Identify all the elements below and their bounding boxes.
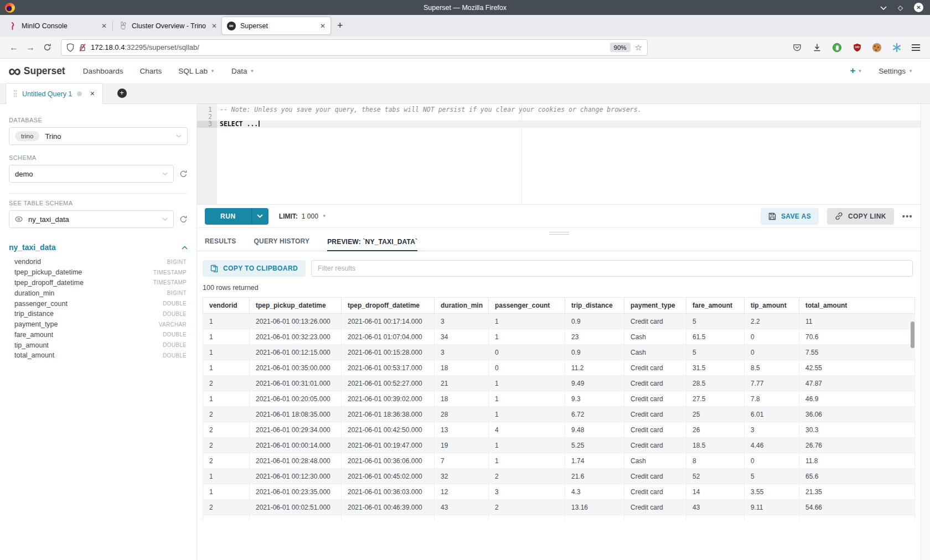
results-column-header[interactable]: passenger_count [489,298,565,314]
lock-insecure-icon[interactable] [79,43,86,52]
schema-column-row[interactable]: tip_amountDOUBLE [9,340,188,350]
forward-button[interactable]: → [22,43,39,53]
schema-column-row[interactable]: trip_distanceDOUBLE [9,309,188,319]
schema-column-row[interactable]: payment_typeVARCHAR [9,319,188,330]
tab-preview[interactable]: PREVIEW: `NY_TAXI_DATA` [327,238,417,251]
schema-column-row[interactable]: vendoridBIGINT [9,257,188,267]
download-icon[interactable] [812,43,822,53]
add-query-tab-button[interactable]: + [117,89,127,98]
tab-results[interactable]: RESULTS [205,237,236,251]
run-query-button[interactable]: RUN [205,208,268,225]
privacy-badger-icon[interactable] [832,43,842,53]
extension-asterisk-icon[interactable] [892,43,902,53]
ublock-icon[interactable]: UO [852,43,862,53]
schema-column-row[interactable]: fare_amountDOUBLE [9,329,188,340]
results-column-header[interactable]: vendorid [203,298,250,314]
results-column-header[interactable]: tpep_pickup_datetime [250,298,342,314]
add-new-button[interactable]: +▼ [850,65,862,76]
nav-dashboards[interactable]: Dashboards [83,67,123,75]
schema-column-row[interactable]: passenger_countDOUBLE [9,298,188,309]
back-button[interactable]: ← [6,43,22,53]
table-select[interactable]: ny_taxi_data [9,210,174,228]
nav-data[interactable]: Data▼ [231,67,254,75]
tab-close-icon[interactable]: ✕ [101,22,107,30]
chevron-up-icon[interactable] [182,246,188,250]
query-tab-close-icon[interactable]: ✕ [90,90,95,97]
schema-select[interactable]: demo [9,165,174,183]
results-row[interactable]: 22021-06-01 00:28:48.0002021-06-01 00:36… [203,453,915,469]
sql-editor[interactable]: 1-- Note: Unless you save your query, th… [197,104,921,205]
tab-query-history[interactable]: QUERY HISTORY [254,237,310,251]
editor-line[interactable]: -- Note: Unless you save your query, the… [217,106,921,113]
refresh-schema-icon[interactable] [179,170,188,178]
editor-line[interactable]: SELECT ... [217,121,921,128]
url-bar[interactable]: 172.18.0.4:32295/superset/sqllab/ 90% ☆ [61,39,648,56]
schema-column-row[interactable]: duration_minBIGINT [9,288,188,298]
refresh-table-icon[interactable] [179,215,188,224]
window-close-button[interactable]: ✕ [914,3,923,12]
editor-line[interactable] [217,113,921,121]
save-as-button[interactable]: SAVE AS [761,208,819,225]
results-column-header[interactable]: tpep_dropoff_datetime [342,298,435,314]
schema-column-row[interactable]: tpep_dropoff_datetimeTIMESTAMP [9,278,188,288]
results-row[interactable]: 22021-06-01 18:08:35.0002021-06-01 18:36… [203,407,915,422]
url-text[interactable]: 172.18.0.4:32295/superset/sqllab/ [91,43,199,51]
filter-results-input[interactable] [311,260,913,277]
schema-column-row[interactable]: total_amountDOUBLE [9,350,188,361]
results-row[interactable]: 12021-06-01 00:13:26.0002021-06-01 00:17… [203,314,915,329]
results-column-header[interactable]: total_amount [799,298,915,314]
results-cell: 11.8 [799,453,915,469]
window-minimize-button[interactable] [880,6,887,10]
results-row[interactable]: 22021-06-01 00:56:04.0002021-06-01 01:00… [203,515,915,520]
browser-tab-minio[interactable]: MinIO Console ✕ [3,17,112,34]
run-dropdown-caret[interactable] [251,208,268,225]
results-row[interactable]: 12021-06-01 00:32:23.0002021-06-01 01:07… [203,329,915,345]
results-column-header[interactable]: tip_amount [745,298,799,314]
results-column-header[interactable]: duration_min [435,298,489,314]
run-label[interactable]: RUN [205,208,251,225]
settings-menu[interactable]: Settings▼ [879,67,913,75]
query-tab[interactable]: Untitled Query 1 ✕ [6,83,103,104]
nav-charts[interactable]: Charts [140,67,162,75]
nav-sql-lab[interactable]: SQL Lab▼ [178,67,215,75]
table-schema-title[interactable]: ny_taxi_data [9,243,56,252]
results-row[interactable]: 12021-06-01 00:23:35.0002021-06-01 00:36… [203,484,915,500]
results-column-header[interactable]: payment_type [624,298,686,314]
page-scrollbar-gutter[interactable] [921,104,930,560]
more-options-button[interactable]: ••• [902,212,913,221]
browser-tab-trino[interactable]: Cluster Overview - Trino ✕ [113,17,222,34]
results-cell: 2021-06-01 00:39:02.000 [342,391,435,407]
pocket-icon[interactable] [792,43,802,53]
results-row[interactable]: 22021-06-01 00:31:01.0002021-06-01 00:52… [203,376,915,391]
bookmark-star-icon[interactable]: ☆ [635,43,642,53]
reload-button[interactable] [39,43,55,51]
results-row[interactable]: 22021-06-01 00:02:51.0002021-06-01 00:46… [203,500,915,515]
window-maximize-button[interactable]: ◇ [898,4,903,11]
table-scrollbar-thumb[interactable] [911,322,914,348]
results-row[interactable]: 22021-06-01 00:29:34.0002021-06-01 00:42… [203,422,915,438]
copy-link-button[interactable]: COPY LINK [827,208,894,225]
menu-icon[interactable] [912,44,920,51]
pane-resize-handle[interactable] [547,232,571,235]
brand-name[interactable]: Superset [24,65,65,77]
results-row[interactable]: 12021-06-01 00:35:00.0002021-06-01 00:53… [203,360,915,376]
browser-tab-superset[interactable]: ∞ Superset ✕ [222,17,330,34]
drag-handle-icon[interactable] [13,90,17,98]
results-row[interactable]: 12021-06-01 00:12:15.0002021-06-01 00:15… [203,345,915,360]
results-column-header[interactable]: trip_distance [565,298,624,314]
results-row[interactable]: 12021-06-01 00:12:30.0002021-06-01 00:45… [203,469,915,484]
new-tab-button[interactable]: + [337,20,343,32]
limit-dropdown[interactable]: LIMIT: 1 000 ▼ [279,212,327,220]
results-row[interactable]: 12021-06-01 00:20:05.0002021-06-01 00:39… [203,391,915,407]
zoom-level-badge[interactable]: 90% [610,43,631,52]
tab-close-icon[interactable]: ✕ [211,22,217,30]
query-tab-label[interactable]: Untitled Query 1 [22,90,72,98]
database-select[interactable]: trino Trino [9,127,188,145]
copy-to-clipboard-button[interactable]: COPY TO CLIPBOARD [203,260,306,277]
tab-close-icon[interactable]: ✕ [320,22,326,30]
cookie-icon[interactable] [872,43,882,53]
results-column-header[interactable]: fare_amount [686,298,745,314]
results-row[interactable]: 22021-06-01 00:00:14.0002021-06-01 00:19… [203,438,915,453]
shield-icon[interactable] [66,43,74,52]
schema-column-row[interactable]: tpep_pickup_datetimeTIMESTAMP [9,267,188,278]
